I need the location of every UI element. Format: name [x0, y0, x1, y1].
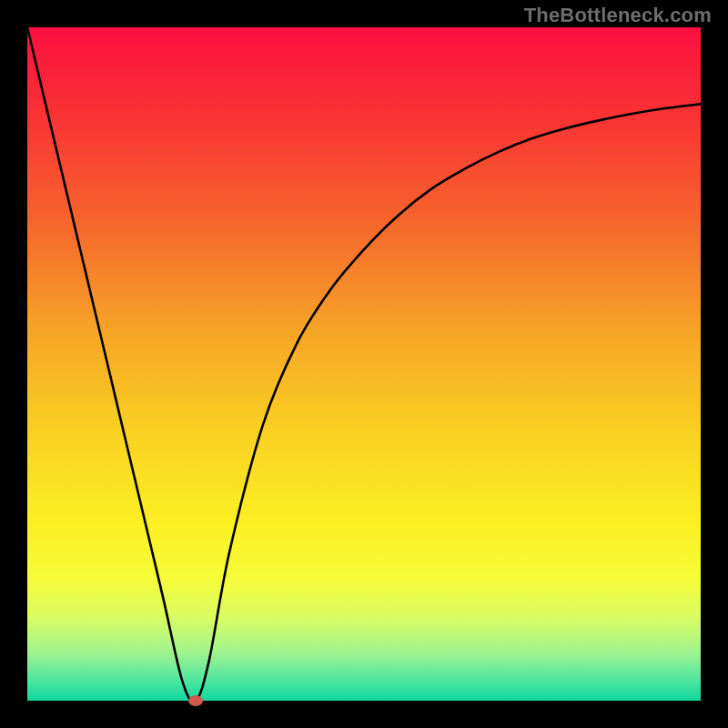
bottleneck-chart [0, 0, 728, 728]
chart-container: TheBottleneck.com [0, 0, 728, 728]
plot-area [27, 27, 701, 701]
watermark-label: TheBottleneck.com [524, 4, 712, 27]
optimal-marker [188, 695, 203, 706]
